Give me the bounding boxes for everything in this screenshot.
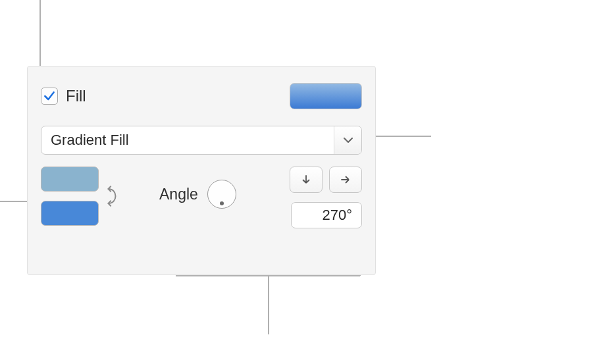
gradient-controls-row: Angle 270° [41, 167, 362, 246]
swap-stops-button[interactable] [103, 182, 121, 210]
callout-line [39, 0, 41, 66]
fill-type-dropdown[interactable]: Gradient Fill [41, 126, 362, 155]
fill-checkbox[interactable] [41, 88, 58, 105]
gradient-stop-1[interactable] [41, 167, 99, 192]
gradient-stops [41, 167, 99, 226]
fill-panel: Fill Gradient Fill Angle [27, 66, 376, 275]
direction-buttons [290, 167, 362, 193]
gradient-stop-2[interactable] [41, 201, 99, 226]
callout-line [268, 275, 269, 334]
angle-dial[interactable] [207, 180, 236, 209]
fill-preview-swatch[interactable] [290, 83, 362, 109]
angle-value: 270° [322, 207, 352, 224]
callout-line [0, 201, 27, 202]
chevron-down-icon [343, 137, 353, 143]
fill-label: Fill [66, 87, 86, 105]
fill-checkbox-group: Fill [41, 87, 86, 105]
angle-dial-indicator [220, 201, 224, 205]
direction-down-button[interactable] [290, 167, 323, 193]
swap-arrows-icon [105, 185, 119, 207]
check-icon [43, 90, 56, 103]
angle-label: Angle [159, 186, 198, 203]
arrow-right-icon [339, 173, 352, 186]
angle-group: Angle [159, 180, 236, 209]
direction-right-button[interactable] [329, 167, 362, 193]
dropdown-toggle[interactable] [334, 126, 361, 154]
angle-input[interactable]: 270° [291, 202, 362, 228]
fill-type-value: Gradient Fill [41, 126, 334, 154]
arrow-down-icon [299, 173, 313, 186]
fill-header-row: Fill [41, 80, 362, 113]
